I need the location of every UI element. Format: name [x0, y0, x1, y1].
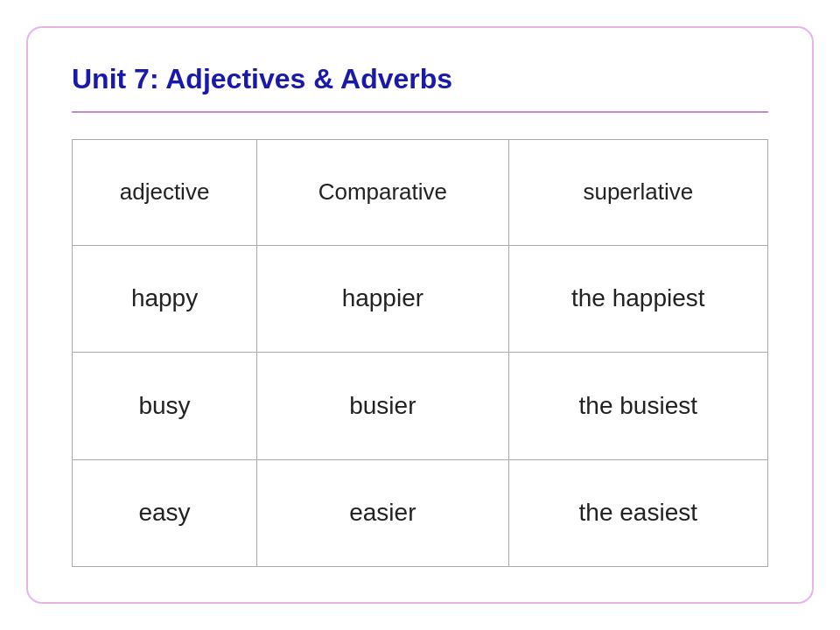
page-title: Unit 7: Adjectives & Adverbs — [72, 63, 768, 95]
table-header-row: adjective Comparative superlative — [73, 140, 768, 246]
cell-easy-adj: easy — [73, 459, 257, 566]
cell-easy-super: the easiest — [508, 459, 767, 566]
cell-happy-adj: happy — [73, 245, 257, 352]
cell-busy-adj: busy — [73, 353, 257, 459]
adjectives-table: adjective Comparative superlative happy … — [72, 139, 768, 567]
page-container: Unit 7: Adjectives & Adverbs adjective C… — [26, 26, 814, 604]
col-header-superlative: superlative — [508, 140, 767, 246]
cell-happy-comp: happier — [257, 245, 509, 352]
title-divider — [72, 111, 768, 113]
col-header-adjective: adjective — [73, 140, 257, 246]
table-row: happy happier the happiest — [73, 245, 768, 352]
cell-happy-super: the happiest — [508, 245, 767, 352]
cell-busy-super: the busiest — [508, 353, 767, 459]
col-header-comparative: Comparative — [257, 140, 509, 246]
table-row: easy easier the easiest — [73, 459, 768, 566]
cell-busy-comp: busier — [257, 353, 509, 459]
table-row: busy busier the busiest — [73, 353, 768, 459]
cell-easy-comp: easier — [257, 459, 509, 566]
